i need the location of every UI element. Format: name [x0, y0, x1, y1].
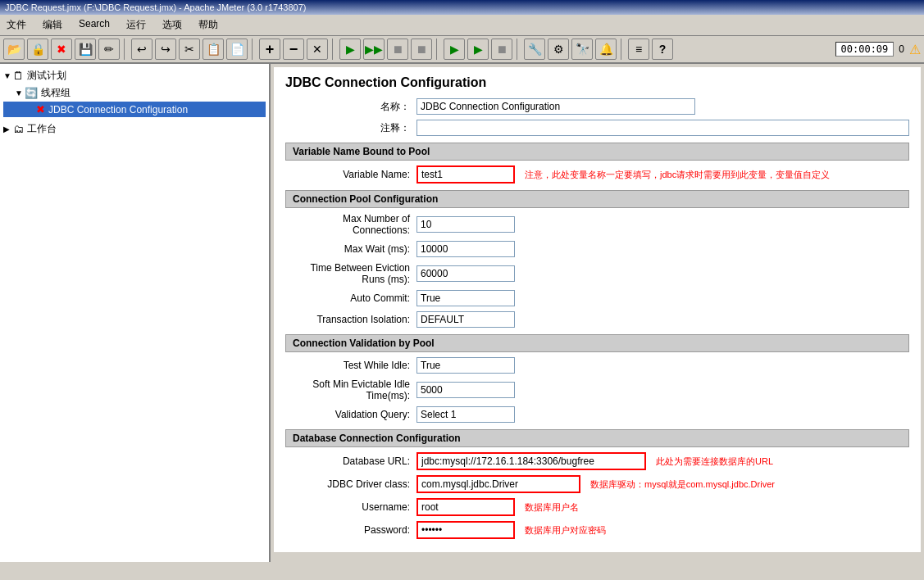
help-button[interactable]: ?: [652, 39, 673, 60]
max-wait-row: Max Wait (ms):: [285, 241, 909, 257]
test-while-idle-label: Test While Idle:: [285, 360, 416, 371]
content-panel: JDBC Connection Configuration 名称： 注释： Va…: [271, 64, 924, 562]
paste-button[interactable]: 📄: [226, 39, 248, 60]
soft-min-evictable-input[interactable]: [416, 382, 515, 398]
tree-item-thread-group[interactable]: ▼ 🔄 线程组: [3, 84, 266, 102]
stop-button[interactable]: ⏹: [387, 39, 408, 60]
clear-button[interactable]: ✕: [307, 39, 328, 60]
toggle-workbench[interactable]: ▶: [3, 125, 13, 134]
database-url-row: Database URL: 此处为需要连接数据库的URL: [285, 452, 909, 470]
menu-file[interactable]: 文件: [3, 16, 30, 34]
thread-group-label: 线程组: [41, 86, 71, 100]
max-connections-input[interactable]: [416, 216, 515, 233]
tools1-button[interactable]: 🔧: [524, 39, 545, 60]
comment-label: 注释：: [285, 121, 416, 135]
test-plan-icon: 🗒: [13, 70, 24, 82]
stop-now-button[interactable]: ⏹: [411, 39, 432, 60]
separator5: [517, 39, 520, 60]
test-while-idle-row: Test While Idle:: [285, 357, 909, 374]
tree-panel: ▼ 🗒 测试计划 ▼ 🔄 线程组 ✖ JDBC Connection Confi…: [0, 64, 271, 562]
database-url-input[interactable]: [416, 452, 646, 470]
auto-commit-input[interactable]: [416, 290, 515, 306]
tree-item-jdbc-config[interactable]: ✖ JDBC Connection Configuration: [3, 102, 266, 117]
separator3: [332, 39, 335, 60]
binoculars-button[interactable]: 🔭: [571, 39, 593, 60]
section-database-connection: Database Connection Configuration: [285, 429, 909, 447]
validation-query-input[interactable]: [416, 406, 515, 423]
jdbc-driver-label: JDBC Driver class:: [285, 478, 416, 490]
cut-button[interactable]: ✂: [179, 39, 200, 60]
error-button[interactable]: ✖: [51, 39, 72, 60]
edit-button[interactable]: ✏: [98, 39, 120, 60]
lock-button[interactable]: 🔒: [27, 39, 48, 60]
eviction-runs-row: Time Between Eviction Runs (ms):: [285, 262, 909, 285]
database-url-note: 此处为需要连接数据库的URL: [656, 455, 773, 468]
password-input[interactable]: [416, 521, 515, 539]
menu-help[interactable]: 帮助: [195, 16, 221, 34]
database-url-label: Database URL:: [285, 455, 416, 467]
auto-commit-row: Auto Commit:: [285, 290, 909, 306]
jdbc-driver-note: 数据库驱动：mysql就是com.mysql.jdbc.Driver: [590, 478, 775, 491]
title-bar: JDBC Request.jmx (F:\JDBC Request.jmx) -…: [0, 0, 924, 15]
separator1: [124, 39, 127, 60]
list-button[interactable]: ≡: [628, 39, 649, 60]
variable-name-label: Variable Name:: [285, 169, 416, 180]
soft-min-evictable-label: Soft Min Evictable Idle Time(ms):: [285, 378, 416, 401]
comment-input[interactable]: [416, 120, 909, 136]
password-label: Password:: [285, 524, 416, 536]
max-connections-label: Max Number of Connections:: [285, 213, 416, 236]
variable-name-input[interactable]: [416, 165, 515, 184]
tree-item-workbench[interactable]: ▶ 🗂 工作台: [3, 120, 266, 138]
variable-name-note: 注意，此处变量名称一定要填写，jdbc请求时需要用到此变量，变量值自定义: [525, 169, 830, 181]
toolbar: 📂 🔒 ✖ 💾 ✏ ↩ ↪ ✂ 📋 📄 + − ✕ ▶ ▶▶ ⏹ ⏹ ▶ ▶ ⏹…: [0, 36, 924, 64]
menu-options[interactable]: 选项: [159, 16, 185, 34]
workbench-icon: 🗂: [13, 123, 24, 135]
thread-group-icon: 🔄: [25, 87, 38, 99]
comment-row: 注释：: [285, 120, 909, 136]
menu-search[interactable]: Search: [75, 16, 113, 34]
section-variable-name: Variable Name Bound to Pool: [285, 143, 909, 161]
toggle-test-plan[interactable]: ▼: [3, 71, 13, 80]
username-input[interactable]: [416, 498, 515, 516]
validation-query-label: Validation Query:: [285, 409, 416, 420]
transaction-isolation-input[interactable]: [416, 311, 515, 328]
separator6: [621, 39, 624, 60]
tools2-button[interactable]: ⚙: [548, 39, 569, 60]
run-button[interactable]: ▶: [339, 39, 361, 60]
timer-display: 00:00:09: [835, 42, 894, 57]
jdbc-driver-input[interactable]: [416, 475, 580, 493]
menu-run[interactable]: 运行: [123, 16, 149, 34]
toolbar-right: 00:00:09 0 ⚠: [835, 42, 921, 57]
auto-commit-label: Auto Commit:: [285, 292, 416, 304]
run-all-button[interactable]: ▶▶: [363, 39, 385, 60]
max-connections-row: Max Number of Connections:: [285, 213, 909, 236]
transaction-isolation-row: Transaction Isolation:: [285, 311, 909, 328]
copy-button[interactable]: 📋: [203, 39, 224, 60]
add-button[interactable]: +: [259, 39, 280, 60]
tree-item-test-plan[interactable]: ▼ 🗒 测试计划: [3, 67, 266, 84]
name-row: 名称：: [285, 98, 909, 115]
remote-start-all-button[interactable]: ▶: [467, 39, 489, 60]
remote-start-button[interactable]: ▶: [444, 39, 465, 60]
eviction-runs-input[interactable]: [416, 265, 515, 282]
jdbc-config-label: JDBC Connection Configuration: [48, 104, 188, 116]
run-count: 0: [899, 43, 904, 55]
toggle-thread-group[interactable]: ▼: [15, 88, 25, 97]
open-button[interactable]: 📂: [3, 39, 25, 60]
separator4: [436, 39, 439, 60]
remove-button[interactable]: −: [283, 39, 304, 60]
redo-button[interactable]: ↪: [155, 39, 176, 60]
name-input[interactable]: [416, 98, 695, 115]
workbench-label: 工作台: [27, 122, 57, 136]
password-note: 数据库用户对应密码: [525, 524, 606, 537]
test-while-idle-input[interactable]: [416, 357, 515, 374]
password-row: Password: 数据库用户对应密码: [285, 521, 909, 539]
separator2: [252, 39, 255, 60]
remote-stop-button[interactable]: ⏹: [491, 39, 512, 60]
undo-button[interactable]: ↩: [131, 39, 152, 60]
bell-button[interactable]: 🔔: [595, 39, 617, 60]
save-button[interactable]: 💾: [75, 39, 96, 60]
warning-icon: ⚠: [909, 42, 921, 57]
max-wait-input[interactable]: [416, 241, 515, 257]
menu-edit[interactable]: 编辑: [39, 16, 66, 34]
